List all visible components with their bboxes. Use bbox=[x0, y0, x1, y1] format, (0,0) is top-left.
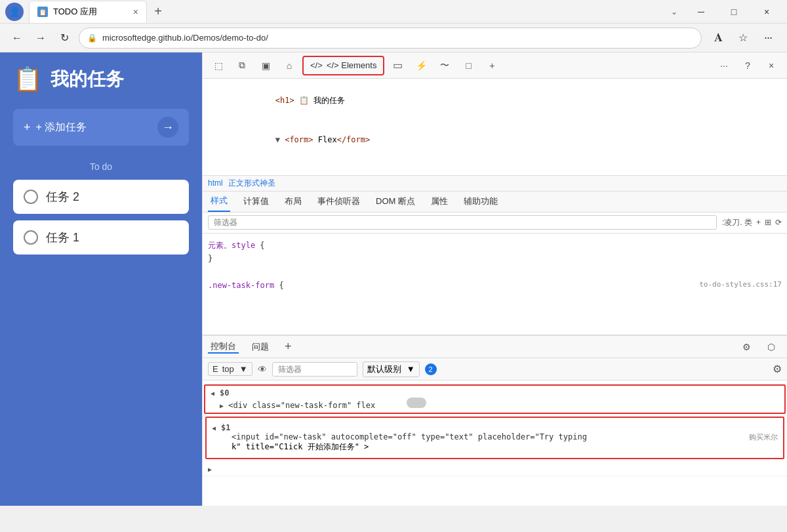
entry-var-1: $1 bbox=[221, 423, 230, 432]
inspect-element-button[interactable]: ⬚ bbox=[208, 55, 229, 76]
tab-close-button[interactable]: × bbox=[133, 7, 138, 17]
tab-favicon: 📋 bbox=[37, 7, 48, 17]
style-source[interactable]: to-do-styles.css:17 bbox=[699, 279, 782, 291]
device-emulation-button[interactable]: ⧉ bbox=[232, 55, 252, 76]
devtools-toolbar: ⬚ ⧉ ▣ ⌂ </> </> Elements ▭ ⚡ 〜 □ + ··· ?… bbox=[203, 52, 787, 79]
close-button[interactable]: × bbox=[752, 1, 782, 22]
entry-toggle-0[interactable] bbox=[407, 398, 426, 408]
more-tools-button[interactable]: ··· bbox=[714, 55, 735, 76]
add-style-button[interactable]: + bbox=[756, 218, 761, 227]
console-gear-button[interactable]: ⚙ bbox=[773, 363, 782, 375]
entry-collapse-0[interactable]: ◀ bbox=[211, 390, 214, 397]
console-toolbar: E top ▼ 👁 默认级别 ▼ 2 ⚙ bbox=[203, 358, 787, 380]
address-bar[interactable]: 🔒 microsoftedge.github.io/Demos/demo-to-… bbox=[79, 28, 702, 49]
new-task-form-selector: .new-task-form bbox=[208, 281, 274, 290]
entry-expand-arrow[interactable]: ▶ bbox=[208, 466, 212, 473]
read-aloud-button[interactable]: 𝐀 bbox=[707, 27, 729, 49]
html-line-form[interactable]: ▼ <form> Flex</form> bbox=[203, 121, 787, 160]
elements-tab-button[interactable]: </> </> Elements bbox=[302, 56, 384, 75]
html-line-div[interactable]: ··· <div class="new-task-form" flex == $… bbox=[203, 159, 787, 175]
tab-styles[interactable]: 样式 bbox=[208, 192, 230, 212]
refresh-button[interactable]: ↻ bbox=[55, 29, 73, 47]
help-button[interactable]: ? bbox=[737, 55, 758, 76]
styles-filter-input[interactable] bbox=[208, 215, 717, 230]
panel-layout-button[interactable]: ▣ bbox=[255, 55, 276, 76]
tab-title: TODO 应用 bbox=[53, 6, 97, 18]
back-button[interactable]: ← bbox=[8, 29, 26, 47]
lock-icon: 🔒 bbox=[87, 33, 97, 43]
todo-add-plus: + bbox=[24, 121, 31, 134]
style-closing-brace: } bbox=[208, 252, 782, 265]
profile-icon[interactable]: 👤 bbox=[5, 3, 24, 21]
refresh-styles-button[interactable]: ⟳ bbox=[775, 218, 782, 227]
todo-add-button[interactable]: → bbox=[157, 117, 178, 138]
issues-badge: 2 bbox=[425, 363, 437, 375]
tab-accessibility[interactable]: 辅助功能 bbox=[461, 192, 500, 212]
entry-code-0: <div class="new-task-form" flex bbox=[228, 401, 375, 410]
html-tree[interactable]: <h1> 📋 我的任务 ▼ <form> Flex</form> ··· <di… bbox=[203, 79, 787, 176]
todo-section-label: To do bbox=[13, 161, 189, 172]
context-chevron-icon: ▼ bbox=[239, 364, 248, 374]
browser-window: 👤 📋 TODO 应用 × + ⌄ ─ □ × ← → ↻ 🔒 microsof… bbox=[0, 0, 787, 506]
new-style-rule-button[interactable]: ⊞ bbox=[765, 218, 771, 227]
todo-item-circle-1[interactable] bbox=[24, 190, 38, 204]
entry-code-1: <input id="new-task" autocomplete="off" … bbox=[232, 432, 587, 441]
console-settings-button[interactable]: ⚙ bbox=[736, 337, 757, 358]
log-level-chevron-icon: ▼ bbox=[407, 364, 415, 374]
tab-dom-breakpoints[interactable]: DOM 断点 bbox=[373, 192, 418, 212]
tab-computed[interactable]: 计算值 bbox=[241, 192, 272, 212]
breadcrumb-html[interactable]: html bbox=[208, 178, 223, 188]
performance-button[interactable]: 〜 bbox=[434, 55, 455, 76]
console-panel-button[interactable]: ▭ bbox=[387, 55, 408, 76]
todo-header: 📋 我的任务 bbox=[13, 66, 189, 93]
nav-right-controls: 𝐀 ☆ ··· bbox=[707, 27, 779, 49]
tab-dropdown-button[interactable]: ⌄ bbox=[665, 3, 683, 21]
minimize-button[interactable]: ─ bbox=[686, 1, 716, 22]
url-text: microsoftedge.github.io/Demos/demo-to-do… bbox=[102, 33, 268, 43]
close-devtools-button[interactable]: × bbox=[761, 55, 782, 76]
log-level-selector[interactable]: 默认级别 ▼ bbox=[363, 361, 420, 377]
filter-class-label: :凌刀. 类 bbox=[722, 217, 752, 228]
eye-button[interactable]: 👁 bbox=[258, 364, 267, 375]
entry-spacer-1 bbox=[221, 432, 232, 441]
sources-button[interactable]: □ bbox=[458, 55, 479, 76]
element-style-rule: 元素。style { bbox=[208, 239, 782, 252]
todo-item-text-2: 任务 1 bbox=[46, 230, 79, 245]
tab-event-listeners[interactable]: 事件侦听器 bbox=[315, 192, 363, 212]
entry-collapse-1[interactable]: ◀ bbox=[212, 424, 216, 432]
main-area: 📋 我的任务 + + 添加任务 → To do 任务 2 任务 1 ⬚ bbox=[0, 52, 787, 506]
devtools-right-tools: ··· ? × bbox=[714, 55, 782, 76]
console-output[interactable]: ◀ $0 ▶ <div class="new-task-form" flex ◀ bbox=[203, 380, 787, 506]
breadcrumb-bar: html 正文形式神圣 bbox=[203, 176, 787, 192]
styles-tabs: 样式 计算值 布局 事件侦听器 DOM 断点 属性 辅助功能 bbox=[203, 192, 787, 213]
more-button[interactable]: ··· bbox=[757, 27, 779, 49]
network-button[interactable]: ⚡ bbox=[411, 55, 432, 76]
maximize-button[interactable]: □ bbox=[719, 1, 749, 22]
html-line-h1[interactable]: <h1> 📋 我的任务 bbox=[203, 81, 787, 121]
console-entry-0: ◀ $0 ▶ <div class="new-task-form" flex bbox=[204, 384, 786, 414]
log-level-label: 默认级别 bbox=[367, 363, 401, 375]
active-tab[interactable]: 📋 TODO 应用 × bbox=[29, 1, 147, 23]
home-button[interactable]: ⌂ bbox=[279, 55, 300, 76]
tab-console[interactable]: 控制台 bbox=[208, 340, 239, 354]
console-context-selector[interactable]: E top ▼ bbox=[208, 362, 252, 376]
console-expand-button[interactable]: ⬡ bbox=[761, 337, 782, 358]
breadcrumb-body[interactable]: 正文形式神圣 bbox=[228, 178, 275, 189]
console-filter-input[interactable] bbox=[272, 362, 357, 377]
new-tab-button[interactable]: + bbox=[147, 1, 169, 23]
styles-content: 元素。style { } .new-task-form { to-do-styl… bbox=[203, 234, 787, 336]
todo-item-circle-2[interactable] bbox=[24, 230, 38, 245]
todo-item-2: 任务 1 bbox=[13, 220, 189, 255]
add-tool-button[interactable]: + bbox=[481, 55, 502, 76]
tab-issues[interactable]: 问题 bbox=[249, 341, 272, 353]
nav-bar: ← → ↻ 🔒 microsoftedge.github.io/Demos/de… bbox=[0, 24, 787, 52]
entry-expand-0[interactable]: ▶ bbox=[220, 402, 224, 409]
tab-layout[interactable]: 布局 bbox=[282, 192, 304, 212]
add-tab-button[interactable]: + bbox=[285, 340, 292, 354]
window-controls: ⌄ ─ □ × bbox=[665, 1, 782, 22]
forward-button[interactable]: → bbox=[31, 29, 50, 47]
todo-add-form[interactable]: + + 添加任务 → bbox=[13, 109, 189, 146]
entry-right-1: 购买米尔 bbox=[749, 432, 778, 442]
tab-properties[interactable]: 属性 bbox=[428, 192, 451, 212]
favorites-button[interactable]: ☆ bbox=[732, 27, 754, 49]
